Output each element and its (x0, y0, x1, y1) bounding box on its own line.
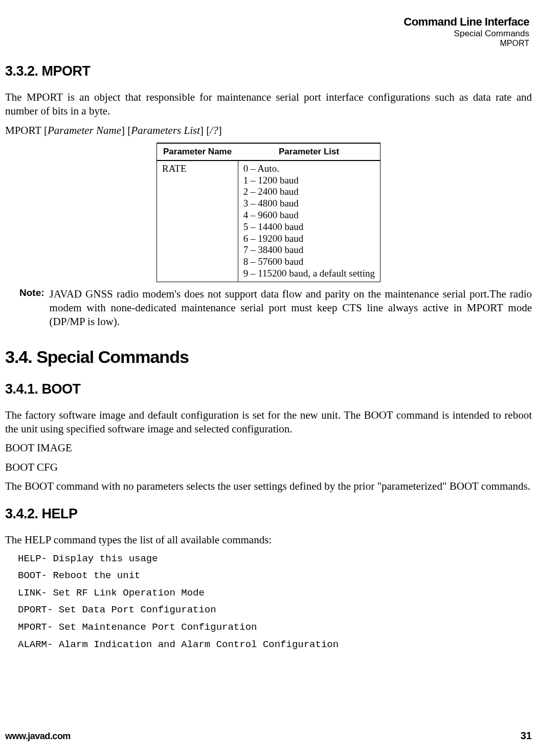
section-3-4-heading: 3.4. Special Commands (5, 347, 532, 367)
rate-option-9: 9 – 115200 baud, a default setting (243, 268, 375, 280)
column-header-param-list: Parameter List (238, 143, 380, 161)
parameter-table: Parameter Name Parameter List RATE 0 – A… (156, 143, 381, 282)
syntax-param-name: Parameter Name (48, 124, 121, 136)
help-output-line: MPORT- Set Maintenance Port Configuratio… (18, 621, 532, 634)
section-3-3-2-heading: 3.3.2. MPORT (5, 63, 532, 79)
help-output-line: HELP- Display this usage (18, 553, 532, 566)
param-list-cell: 0 – Auto. 1 – 1200 baud 2 – 2400 baud 3 … (238, 161, 380, 282)
syntax-text: ] [ (121, 124, 131, 136)
table-header-row: Parameter Name Parameter List (156, 143, 380, 161)
rate-option-4: 4 – 9600 baud (243, 210, 375, 221)
header-title: Command Line Interface (5, 15, 529, 29)
help-description: The HELP command types the list of all a… (5, 533, 532, 547)
column-header-param-name: Parameter Name (156, 143, 238, 161)
rate-option-6: 6 – 19200 baud (243, 233, 375, 245)
boot-cfg-cmd: BOOT CFG (5, 461, 532, 474)
syntax-param-list: Parameters List (131, 124, 200, 136)
section-3-4-2-heading: 3.4.2. HELP (5, 506, 532, 522)
syntax-text: MPORT [ (5, 124, 48, 136)
footer-url: www.javad.com (5, 731, 71, 742)
boot-noparam-description: The BOOT command with no parameters sele… (5, 479, 532, 493)
table-row: RATE 0 – Auto. 1 – 1200 baud 2 – 2400 ba… (156, 161, 380, 282)
page-footer: www.javad.com 31 (5, 730, 532, 742)
page-header: Command Line Interface Special Commands … (5, 15, 532, 48)
syntax-help: /? (210, 124, 218, 136)
rate-option-7: 7 – 38400 baud (243, 244, 375, 256)
help-output-line: ALARM- Alarm Indication and Alarm Contro… (18, 638, 532, 652)
rate-option-0: 0 – Auto. (243, 163, 375, 175)
rate-option-2: 2 – 2400 baud (243, 186, 375, 198)
rate-option-5: 5 – 14400 baud (243, 221, 375, 233)
note-body: JAVAD GNSS radio modem's does not suppor… (50, 287, 532, 329)
header-subtitle-1: Special Commands (5, 29, 529, 39)
param-name-cell: RATE (156, 161, 238, 282)
note-block: Note: JAVAD GNSS radio modem's does not … (5, 287, 532, 329)
mport-syntax: MPORT [Parameter Name] [Parameters List]… (5, 124, 532, 138)
rate-option-3: 3 – 4800 baud (243, 198, 375, 210)
mport-description: The MPORT is an object that responsible … (5, 90, 532, 119)
syntax-text: ] (218, 124, 222, 136)
help-output-line: DPORT- Set Data Port Configuration (18, 604, 532, 617)
help-output-line: LINK- Set RF Link Operation Mode (18, 587, 532, 600)
boot-description: The factory software image and default c… (5, 408, 532, 437)
help-output-line: BOOT- Reboot the unit (18, 569, 532, 583)
rate-option-8: 8 – 57600 baud (243, 256, 375, 268)
syntax-text: ] [ (200, 124, 210, 136)
boot-image-cmd: BOOT IMAGE (5, 441, 532, 455)
rate-option-1: 1 – 1200 baud (243, 175, 375, 187)
footer-page-number: 31 (521, 730, 532, 742)
section-3-4-1-heading: 3.4.1. BOOT (5, 381, 532, 397)
note-label: Note: (5, 287, 50, 329)
header-subtitle-2: MPORT (5, 39, 529, 48)
